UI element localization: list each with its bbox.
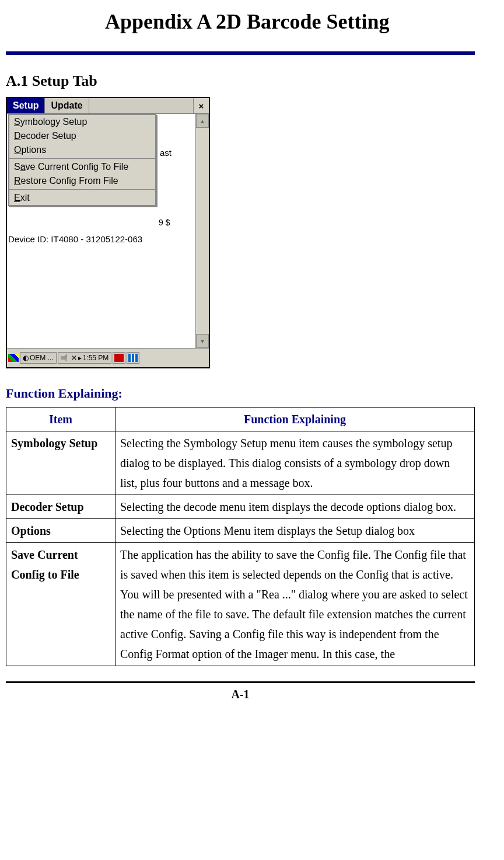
menu-item-options[interactable]: Options xyxy=(9,143,155,157)
item-cell: Symbology Setup xyxy=(6,431,116,495)
device-id-label: Device ID: IT4080 - 31205122-063 xyxy=(8,234,142,244)
taskbar-time: 1:55 PM xyxy=(83,354,109,362)
menu-item-save-config[interactable]: Save Current Config To File xyxy=(9,160,155,174)
table-row: Options Selecting the Options Menu item … xyxy=(6,519,475,543)
appendix-title: Appendix A 2D Barcode Setting xyxy=(105,6,475,37)
item-cell: Save Current Config to File xyxy=(6,543,116,666)
taskbar: ◐ OEM ... ✕▸ 1:55 PM xyxy=(7,348,209,367)
desc-cell: Selecting the Symbology Setup menu item … xyxy=(116,431,475,495)
window-tabs: Setup Update × xyxy=(7,98,209,114)
tray-icon-1[interactable] xyxy=(113,352,125,364)
scrollbar[interactable]: ▲ ▼ xyxy=(195,114,209,348)
menu-item-symbology-setup[interactable]: Symbology Setup xyxy=(9,115,155,129)
function-explaining-heading: Function Explaining: xyxy=(6,386,475,401)
col-header-item: Item xyxy=(6,408,116,431)
window-body: Symbology Setup Decoder Setup Options Sa… xyxy=(7,114,209,348)
desc-cell: Selecting the Options Menu item displays… xyxy=(116,519,475,543)
footer-rule xyxy=(6,681,475,683)
close-button[interactable]: × xyxy=(193,98,209,113)
function-table: Item Function Explaining Symbology Setup… xyxy=(6,407,475,666)
item-cell: Options xyxy=(6,519,116,543)
desc-cell: Selecting the decode menu item displays … xyxy=(116,495,475,519)
connection-icon[interactable]: ✕ xyxy=(71,354,77,362)
taskbar-tray[interactable]: ✕▸ 1:55 PM xyxy=(58,352,112,364)
menu-item-exit[interactable]: Exit xyxy=(9,191,155,205)
menu-item-restore-config[interactable]: Restore Config From File xyxy=(9,174,155,188)
section-heading: A.1 Setup Tab xyxy=(6,72,475,90)
tab-update[interactable]: Update xyxy=(45,98,89,113)
page-number: A-1 xyxy=(6,688,475,701)
setup-dropdown-menu: Symbology Setup Decoder Setup Options Sa… xyxy=(8,114,156,206)
table-row: Save Current Config to File The applicat… xyxy=(6,543,475,666)
scroll-down-button[interactable]: ▼ xyxy=(196,334,209,348)
desc-cell: The application has the ability to save … xyxy=(116,543,475,666)
speaker-icon[interactable] xyxy=(61,354,70,362)
setup-screenshot: Setup Update × Symbology Setup Decoder S… xyxy=(6,97,210,368)
scroll-up-button[interactable]: ▲ xyxy=(196,114,209,128)
menu-item-decoder-setup[interactable]: Decoder Setup xyxy=(9,129,155,143)
item-cell: Decoder Setup xyxy=(6,495,116,519)
col-header-function: Function Explaining xyxy=(116,408,475,431)
start-icon[interactable] xyxy=(8,354,19,362)
obscured-text-dollar: 9 $ xyxy=(159,218,170,227)
table-row: Symbology Setup Selecting the Symbology … xyxy=(6,431,475,495)
tray-icon-2[interactable] xyxy=(127,352,139,364)
table-row: Decoder Setup Selecting the decode menu … xyxy=(6,495,475,519)
obscured-text-ast: ast xyxy=(160,148,172,158)
title-rule xyxy=(6,51,475,55)
taskbar-oem-button[interactable]: ◐ OEM ... xyxy=(20,352,57,364)
tab-setup[interactable]: Setup xyxy=(7,98,45,113)
